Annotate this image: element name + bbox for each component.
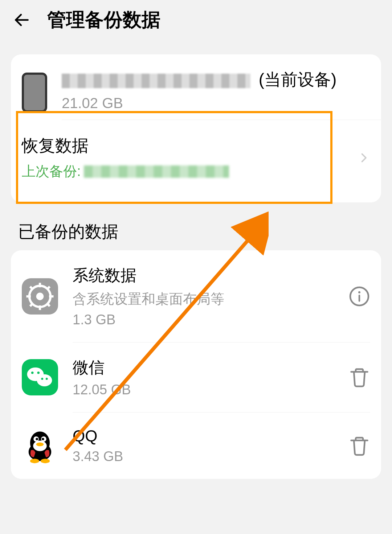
backup-item-system[interactable]: 系统数据 含系统设置和桌面布局等 1.3 GB [11,250,381,342]
backup-item-qq[interactable]: QQ 3.43 GB [11,412,381,479]
svg-point-17 [37,374,52,386]
svg-point-28 [42,438,44,440]
backup-size: 12.05 GB [73,382,334,398]
svg-point-27 [36,438,38,440]
info-button[interactable] [348,286,370,307]
page-title: 管理备份数据 [47,7,160,33]
restore-data-row[interactable]: 恢复数据 上次备份: [11,120,381,202]
last-backup-label: 上次备份: [22,162,81,181]
device-name-redacted [62,74,250,88]
svg-point-19 [37,371,40,374]
device-card: (当前设备) 21.02 GB 恢复数据 上次备份: [11,54,381,202]
delete-button[interactable] [348,435,370,457]
svg-point-14 [358,291,360,293]
last-backup-redacted [84,165,229,178]
section-backed-up: 已备份的数据 [18,221,374,243]
backup-title: 微信 [73,357,334,378]
backup-item-wechat[interactable]: 微信 12.05 GB [11,342,381,412]
wechat-icon [22,359,58,395]
backup-desc: 含系统设置和桌面布局等 [73,290,334,308]
delete-button[interactable] [348,366,370,388]
backup-title: 系统数据 [73,265,334,286]
device-suffix: (当前设备) [259,70,337,89]
svg-point-21 [46,378,48,380]
chevron-right-icon [357,151,370,164]
backup-size: 3.43 GB [73,449,334,464]
qq-icon [22,428,58,464]
svg-point-29 [36,442,44,446]
backup-size: 1.3 GB [73,312,334,328]
svg-point-30 [30,459,39,463]
current-device-row[interactable]: (当前设备) 21.02 GB [11,54,381,120]
svg-point-20 [41,378,43,380]
device-size: 21.02 GB [62,95,370,111]
settings-gear-icon [22,278,58,315]
back-button[interactable] [11,9,33,31]
restore-title: 恢复数据 [22,135,357,157]
last-backup: 上次备份: [22,162,357,181]
backed-up-list: 系统数据 含系统设置和桌面布局等 1.3 GB [11,250,381,479]
phone-icon [22,73,47,112]
device-name: (当前设备) [62,69,370,91]
svg-point-18 [31,371,34,374]
backup-title: QQ [73,427,334,445]
svg-point-31 [41,459,50,463]
svg-point-3 [36,292,44,300]
